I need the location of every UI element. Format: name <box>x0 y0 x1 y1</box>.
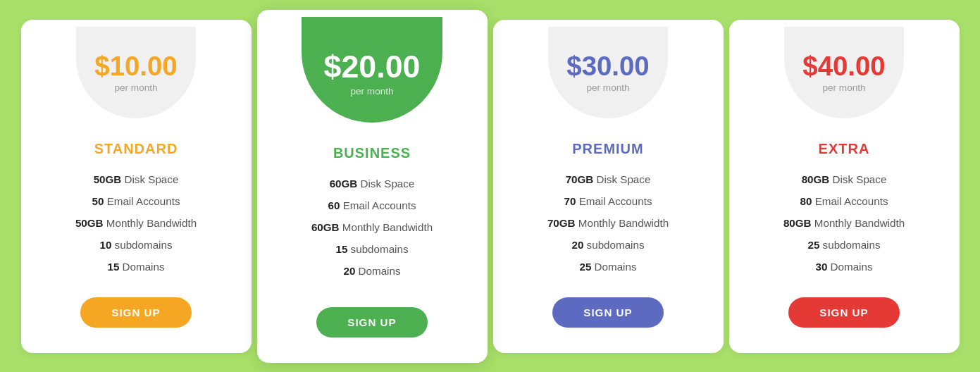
feature-item: 15 subdomains <box>264 238 480 260</box>
plan-card-extra: $40.00per monthEXTRA80GB Disk Space80 Em… <box>729 20 960 353</box>
feature-item: 30 Domains <box>736 256 953 278</box>
feature-item: 60GB Disk Space <box>264 173 480 194</box>
features-list-business: 60GB Disk Space60 Email Accounts60GB Mon… <box>257 173 488 287</box>
price-amount-premium: $30.00 <box>566 51 649 81</box>
features-list-extra: 80GB Disk Space80 Email Accounts80GB Mon… <box>729 168 960 278</box>
feature-item: 80GB Monthly Bandwidth <box>736 212 953 234</box>
price-area-premium: $30.00per month <box>493 20 724 125</box>
price-period-business: per month <box>350 86 393 97</box>
price-period-extra: per month <box>822 82 865 93</box>
plan-name-standard: STANDARD <box>94 141 178 157</box>
features-list-premium: 70GB Disk Space70 Email Accounts70GB Mon… <box>493 168 724 278</box>
feature-item: 50 Email Accounts <box>28 190 244 212</box>
feature-item: 70GB Monthly Bandwidth <box>500 212 717 234</box>
feature-item: 50GB Disk Space <box>28 168 244 190</box>
feature-item: 20 subdomains <box>500 234 717 256</box>
feature-item: 60 Email Accounts <box>264 194 480 216</box>
feature-item: 70 Email Accounts <box>500 190 717 212</box>
feature-item: 10 subdomains <box>28 234 244 256</box>
price-area-business: $20.00per month <box>257 10 488 130</box>
price-period-premium: per month <box>586 82 629 93</box>
price-amount-business: $20.00 <box>323 49 420 84</box>
feature-item: 20 Domains <box>264 260 480 282</box>
price-amount-extra: $40.00 <box>802 51 885 81</box>
price-circle-extra: $40.00per month <box>784 27 904 118</box>
feature-item: 15 Domains <box>28 256 244 278</box>
plan-name-extra: EXTRA <box>819 141 870 157</box>
price-circle-premium: $30.00per month <box>548 27 668 118</box>
signup-button-premium[interactable]: SIGN UP <box>552 297 663 328</box>
price-circle-business: $20.00per month <box>302 17 442 123</box>
feature-item: 25 subdomains <box>736 234 953 256</box>
signup-button-business[interactable]: SIGN UP <box>316 307 427 337</box>
price-circle-standard: $10.00per month <box>76 27 196 118</box>
feature-item: 60GB Monthly Bandwidth <box>264 216 480 238</box>
plan-name-premium: PREMIUM <box>572 141 643 157</box>
feature-item: 80GB Disk Space <box>736 168 953 190</box>
signup-button-extra[interactable]: SIGN UP <box>788 297 899 328</box>
price-period-standard: per month <box>114 82 157 93</box>
plan-card-premium: $30.00per monthPREMIUM70GB Disk Space70 … <box>493 20 724 353</box>
feature-item: 70GB Disk Space <box>500 168 717 190</box>
feature-item: 80 Email Accounts <box>736 190 953 212</box>
price-amount-standard: $10.00 <box>94 51 177 81</box>
plan-card-business: $20.00per monthBUSINESS60GB Disk Space60… <box>257 10 488 363</box>
plan-name-business: BUSINESS <box>333 145 411 161</box>
feature-item: 50GB Monthly Bandwidth <box>28 212 244 234</box>
price-area-extra: $40.00per month <box>729 20 960 125</box>
features-list-standard: 50GB Disk Space50 Email Accounts50GB Mon… <box>21 168 252 278</box>
signup-button-standard[interactable]: SIGN UP <box>80 297 191 328</box>
pricing-container: $10.00per monthSTANDARD50GB Disk Space50… <box>18 17 962 356</box>
feature-item: 25 Domains <box>500 256 717 278</box>
price-area-standard: $10.00per month <box>21 20 252 125</box>
plan-card-standard: $10.00per monthSTANDARD50GB Disk Space50… <box>21 20 252 353</box>
